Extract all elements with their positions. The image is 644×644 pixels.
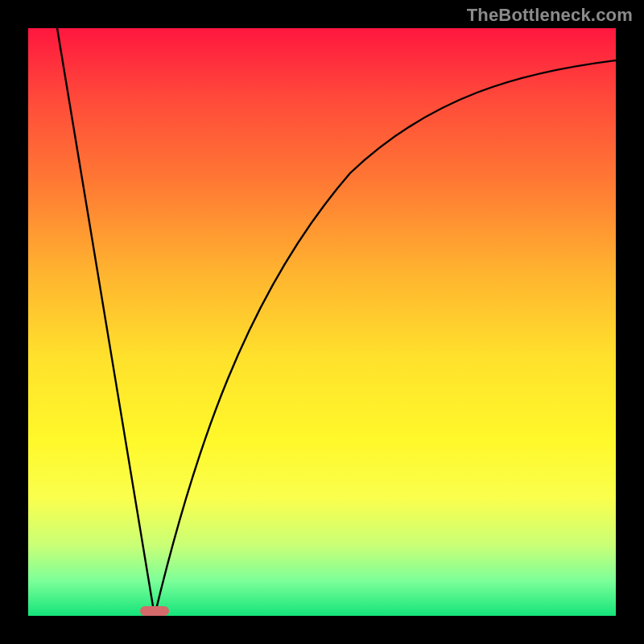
- chart-frame: TheBottleneck.com: [0, 0, 644, 644]
- curve-left-branch: [57, 28, 155, 616]
- bottleneck-curve: [28, 28, 616, 616]
- optimum-marker: [140, 606, 169, 616]
- watermark-text: TheBottleneck.com: [467, 5, 633, 26]
- plot-area: [28, 28, 616, 616]
- curve-right-branch: [155, 60, 616, 616]
